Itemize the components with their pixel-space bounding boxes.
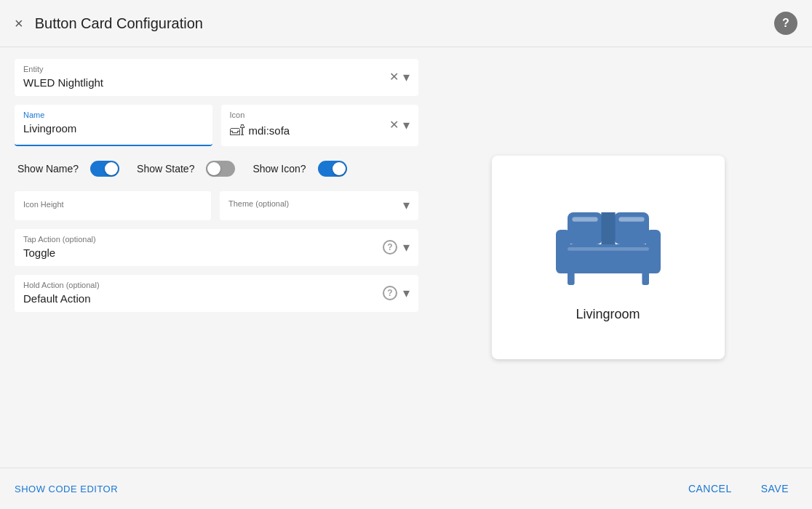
preview-card: Livingroom	[492, 156, 725, 359]
theme-dropdown-icon[interactable]: ▾	[403, 197, 410, 213]
icon-field-content: Icon 🛋 mdi:sofa	[230, 111, 390, 139]
header-left: × Button Card Configuration	[15, 15, 203, 32]
dialog-header: × Button Card Configuration ?	[0, 0, 812, 47]
svg-rect-10	[568, 247, 649, 251]
hold-action-field: Hold Action (optional) Default Action ? …	[15, 275, 418, 312]
dialog-footer: SHOW CODE EDITOR CANCEL SAVE	[0, 468, 812, 509]
theme-label: Theme (optional)	[228, 199, 403, 208]
toggles-row: Show Name? Show State? Show Icon?	[15, 155, 418, 183]
icon-dropdown-icon[interactable]: ▾	[403, 117, 410, 133]
footer-right: CANCEL SAVE	[680, 477, 797, 500]
entity-icons: ✕ ▾	[389, 69, 410, 85]
svg-rect-7	[572, 217, 597, 221]
icon-theme-row: Icon Height Theme (optional) ▾	[15, 191, 418, 220]
tap-action-value[interactable]: Toggle	[23, 247, 383, 259]
show-icon-knob	[333, 162, 346, 175]
name-value[interactable]: Livingroom	[23, 122, 204, 135]
help-button[interactable]: ?	[774, 12, 797, 35]
entity-content: Entity WLED Nightlight	[23, 65, 389, 89]
svg-rect-3	[556, 230, 570, 273]
entity-clear-icon[interactable]: ✕	[389, 70, 399, 84]
show-state-label: Show State?	[137, 163, 194, 175]
icon-value[interactable]: mdi:sofa	[249, 124, 290, 137]
hold-action-icons: ? ▾	[383, 285, 410, 301]
hold-action-dropdown-icon[interactable]: ▾	[403, 285, 410, 301]
show-icon-toggle[interactable]	[318, 161, 347, 177]
left-panel: Entity WLED Nightlight ✕ ▾ Name Livingro…	[15, 59, 418, 456]
preview-label: Livingroom	[576, 307, 640, 322]
hold-action-value[interactable]: Default Action	[23, 292, 383, 305]
sofa-mini-icon: 🛋	[230, 122, 244, 139]
tap-action-content: Tap Action (optional) Toggle	[23, 235, 383, 259]
cancel-button[interactable]: CANCEL	[680, 477, 741, 500]
entity-dropdown-icon[interactable]: ▾	[403, 69, 410, 85]
show-icon-label: Show Icon?	[252, 163, 306, 175]
tap-action-field: Tap Action (optional) Toggle ? ▾	[15, 229, 418, 266]
hold-action-help-icon[interactable]: ?	[383, 286, 397, 300]
svg-rect-5	[568, 270, 575, 285]
dialog: × Button Card Configuration ? Entity WLE…	[0, 0, 812, 509]
icon-height-label: Icon Height	[23, 200, 202, 209]
icon-height-field[interactable]: Icon Height	[15, 191, 211, 220]
theme-field: Theme (optional) ▾	[220, 191, 418, 220]
svg-rect-9	[601, 212, 615, 244]
show-state-toggle[interactable]	[206, 161, 235, 177]
name-icon-row: Name Livingroom Icon 🛋 mdi:sofa ✕ ▾	[15, 105, 418, 146]
show-state-knob	[207, 162, 220, 175]
theme-content: Theme (optional)	[228, 199, 403, 211]
entity-value[interactable]: WLED Nightlight	[23, 76, 389, 89]
show-name-label: Show Name?	[17, 163, 79, 175]
icon-field: Icon 🛋 mdi:sofa ✕ ▾	[221, 105, 419, 146]
hold-action-label: Hold Action (optional)	[23, 281, 383, 289]
icon-field-actions: ✕ ▾	[389, 117, 410, 133]
tap-action-icons: ? ▾	[383, 239, 410, 255]
entity-label: Entity	[23, 65, 389, 73]
name-label: Name	[23, 111, 204, 119]
svg-rect-8	[618, 217, 644, 221]
svg-rect-4	[646, 230, 661, 273]
dialog-title: Button Card Configuration	[35, 15, 203, 32]
sofa-icon	[550, 193, 666, 295]
show-code-button[interactable]: SHOW CODE EDITOR	[15, 484, 118, 494]
icon-clear-icon[interactable]: ✕	[389, 118, 399, 132]
close-button[interactable]: ×	[15, 15, 23, 32]
show-name-toggle[interactable]	[90, 161, 119, 177]
tap-action-help-icon[interactable]: ?	[383, 240, 397, 254]
name-field[interactable]: Name Livingroom	[15, 105, 212, 146]
hold-action-content: Hold Action (optional) Default Action	[23, 281, 383, 305]
svg-rect-6	[642, 270, 649, 285]
icon-row: 🛋 mdi:sofa	[230, 122, 390, 139]
icon-label: Icon	[230, 111, 390, 119]
save-button[interactable]: SAVE	[752, 477, 797, 500]
entity-field: Entity WLED Nightlight ✕ ▾	[15, 59, 418, 96]
show-name-knob	[105, 162, 118, 175]
right-panel: Livingroom	[418, 59, 797, 456]
dialog-body: Entity WLED Nightlight ✕ ▾ Name Livingro…	[0, 47, 812, 468]
tap-action-label: Tap Action (optional)	[23, 235, 383, 244]
tap-action-dropdown-icon[interactable]: ▾	[403, 239, 410, 255]
